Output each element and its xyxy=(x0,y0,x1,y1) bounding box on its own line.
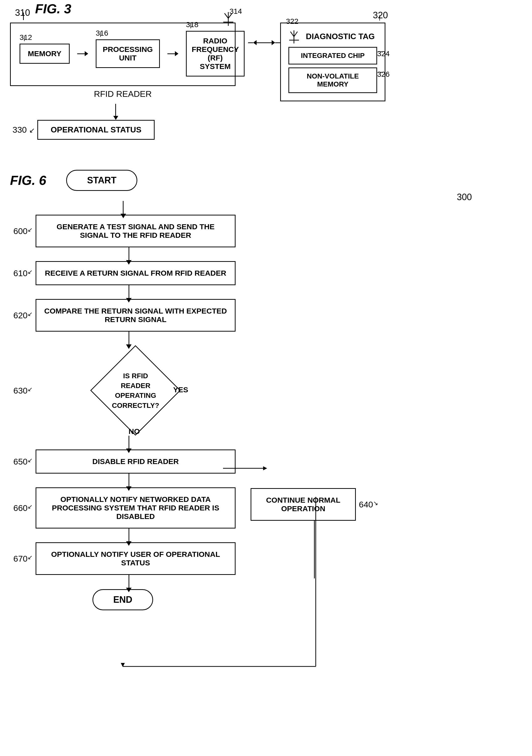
operational-status-box: OPERATIONAL STATUS xyxy=(37,120,155,140)
rfid-reader-label: RFID READER xyxy=(10,89,236,99)
ref-660: 660 xyxy=(13,503,28,513)
ref-620: 620 xyxy=(13,310,28,320)
ref-322: 322 xyxy=(286,17,298,26)
svg-line-2 xyxy=(224,13,228,18)
ref-670: 670 xyxy=(13,554,28,563)
svg-line-3 xyxy=(228,13,232,18)
ref-650: 650 xyxy=(13,457,28,466)
step-660-box: OPTIONALLY NOTIFY NETWORKED DATA PROCESS… xyxy=(36,487,236,528)
fig3-title: FIG. 3 xyxy=(35,1,71,16)
ref-316: 316 xyxy=(96,29,108,38)
integrated-chip-box: INTEGRATED CHIP xyxy=(289,47,377,65)
no-label: NO xyxy=(129,427,140,436)
ref-610: 610 xyxy=(13,268,28,278)
ref-630: 630 xyxy=(13,386,28,395)
ref-324: 324 xyxy=(377,49,390,58)
svg-line-8 xyxy=(294,32,297,37)
radio-freq-box: RADIO FREQUENCY (RF) SYSTEM xyxy=(186,31,244,76)
step-670-box: OPTIONALLY NOTIFY USER OF OPERATIONAL ST… xyxy=(36,542,236,575)
ref-318: 318 xyxy=(186,20,198,29)
step-610-box: RECEIVE A RETURN SIGNAL FROM RFID READER xyxy=(36,261,236,285)
fig6-section: FIG. 6 START 600↙ GENERATE A TEST SIGNAL… xyxy=(10,170,522,610)
svg-line-7 xyxy=(291,32,294,37)
ref-312: 312 xyxy=(19,33,32,41)
step-620-box: COMPARE THE RETURN SIGNAL WITH EXPECTED … xyxy=(36,299,236,332)
ref-326: 326 xyxy=(377,70,390,78)
ref-330: 330 xyxy=(13,125,27,134)
ref-320: 320 xyxy=(373,10,388,20)
yes-label: YES xyxy=(173,386,188,394)
fig6-title: FIG. 6 xyxy=(10,173,46,188)
step-650-box: DISABLE RFID READER xyxy=(36,449,236,473)
ref-600: 600 xyxy=(13,226,28,236)
memory-box: MEMORY xyxy=(19,44,70,64)
processing-unit-box: PROCESSING UNIT xyxy=(96,40,160,68)
diagnostic-tag-title: DIAGNOSTIC TAG xyxy=(303,32,377,41)
start-oval: START xyxy=(66,170,137,191)
step-600-box: GENERATE A TEST SIGNAL AND SEND THE SIGN… xyxy=(36,215,236,247)
ref-640: 640 xyxy=(359,500,373,509)
end-oval: END xyxy=(92,589,153,610)
fig3-section: 310 FIG. 3 312 MEMORY xyxy=(10,10,522,140)
non-volatile-memory-box: NON-VOLATILE MEMORY xyxy=(289,68,377,93)
step-640-box: CONTINUE NORMAL OPERATION xyxy=(251,488,356,521)
page-container: 310 FIG. 3 312 MEMORY xyxy=(10,10,522,610)
ref-310: 310 xyxy=(15,8,30,18)
svg-marker-14 xyxy=(121,663,125,667)
step-630-label: IS RFID READER OPERATING CORRECTLY? xyxy=(111,371,161,410)
